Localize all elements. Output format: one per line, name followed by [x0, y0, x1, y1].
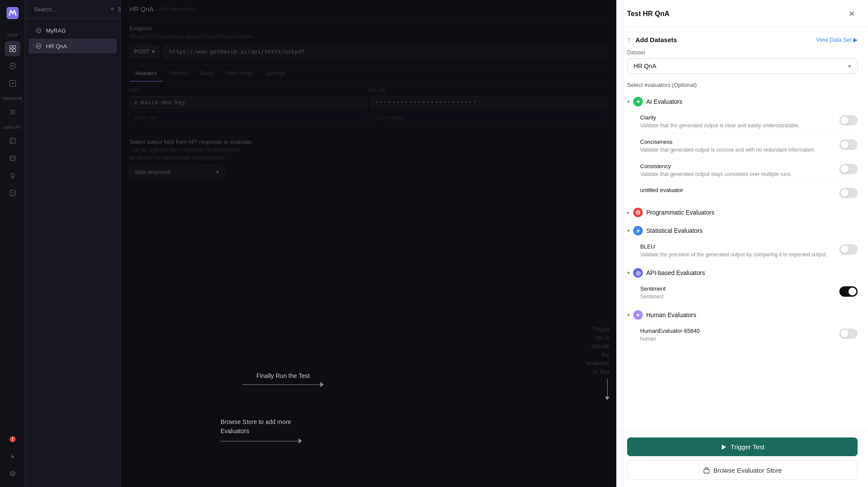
- eval-group-icon-ai: ✦: [633, 97, 643, 106]
- browse-evaluator-store-button[interactable]: Browse Evaluator Store: [627, 460, 858, 480]
- endpoint-row: POST ▾ https://www.getmaxim.ai/api/tests…: [129, 45, 608, 58]
- header-value-redacted[interactable]: ••••••••••••••••••••••••: [370, 96, 608, 109]
- output-select-chevron: ▾: [216, 169, 219, 175]
- eval-group-statistical: ▾ # Statistical Evaluators BLEU Validate…: [627, 222, 858, 263]
- toggle-switch-ai-1[interactable]: [839, 139, 858, 150]
- panel-close-button[interactable]: ✕: [845, 8, 858, 20]
- eval-group-header-statistical[interactable]: ▾ # Statistical Evaluators: [627, 222, 858, 239]
- method-select[interactable]: POST ▾: [129, 45, 160, 58]
- dataset-select[interactable]: HR QnA ▾: [627, 58, 858, 74]
- toggle-switch-ai-3[interactable]: [839, 188, 858, 198]
- svg-point-16: [11, 173, 14, 177]
- toggle-switch-human-0[interactable]: [839, 328, 858, 339]
- svg-rect-4: [13, 49, 16, 52]
- dataset-chevron: ▾: [848, 63, 851, 70]
- nav-item-icon-myrag: [35, 27, 43, 34]
- test-section-label: TEST: [0, 33, 25, 37]
- tab-settings[interactable]: Settings: [259, 66, 292, 82]
- eval-toggle-ai-0[interactable]: [839, 115, 858, 126]
- nav-item-hrqna[interactable]: HR QnA: [29, 39, 117, 53]
- sidebar: TEST OBSERVE LIBRARY !: [0, 0, 25, 487]
- output-label: Select output field from API response to…: [129, 139, 608, 145]
- eval-item-api-0: Sentiment Sentiment: [640, 281, 858, 305]
- eval-toggle-human-0[interactable]: [839, 328, 858, 339]
- eval-item-name-ai-3: untitled evaluator: [640, 187, 834, 193]
- eval-item-info-ai-1: Conciseness Validate that generated outp…: [640, 139, 839, 154]
- sidebar-icon-graph[interactable]: [5, 58, 20, 74]
- toggle-switch-ai-2[interactable]: [839, 164, 858, 174]
- eval-group-header-ai[interactable]: ▾ ✦ AI Evaluators: [627, 93, 858, 110]
- eval-item-desc-statistical-0: Validate the precision of the generated …: [640, 251, 834, 258]
- output-sublabel2: By default we will evaluate entire paylo…: [129, 155, 608, 161]
- eval-group-chevron-human: ▾: [627, 312, 630, 318]
- sidebar-icon-observe-list[interactable]: [5, 104, 20, 120]
- nav-search-bar: + ⊞: [25, 0, 120, 19]
- tab-params[interactable]: Params: [163, 66, 194, 82]
- eval-toggle-statistical-0[interactable]: [839, 244, 858, 255]
- eval-item-info-statistical-0: BLEU Validate the precision of the gener…: [640, 243, 839, 258]
- nav-add-button[interactable]: +: [110, 4, 114, 14]
- url-input[interactable]: https://www.getmaxim.ai/api/tests/askpdf: [163, 45, 608, 58]
- tab-headers[interactable]: Headers: [129, 66, 163, 82]
- method-value: POST: [134, 48, 149, 55]
- content-panel: HR QnA Add description Endpoint We will …: [121, 0, 616, 487]
- header-key-placeholder[interactable]: Enter key: [129, 111, 367, 124]
- eval-item-info-api-0: Sentiment Sentiment: [640, 285, 839, 301]
- dataset-selected-value: HR QnA: [634, 63, 656, 70]
- method-chevron: ▾: [152, 48, 155, 55]
- sidebar-icon-lib2[interactable]: [5, 150, 20, 166]
- eval-item-ai-3: untitled evaluator: [640, 182, 858, 202]
- header-key-input[interactable]: x-maxim-dev-key: [129, 96, 367, 109]
- output-selected-value: data.response: [135, 169, 171, 175]
- nav-item-label-myrag: MyRAG: [46, 27, 66, 34]
- eval-item-desc-ai-0: Validate that the generated output is cl…: [640, 122, 834, 129]
- sidebar-icon-add[interactable]: [5, 76, 20, 91]
- dataset-label: Dataset: [627, 50, 858, 56]
- eval-group-content-statistical: BLEU Validate the precision of the gener…: [627, 239, 858, 263]
- output-select[interactable]: data.response ▾: [129, 165, 225, 179]
- eval-group-icon-human: ●: [633, 310, 643, 320]
- eval-group-content-human: HumanEvaluator-65840 human: [627, 323, 858, 347]
- observe-section-label: OBSERVE: [0, 96, 25, 101]
- tab-body[interactable]: Body: [194, 66, 220, 82]
- svg-point-23: [36, 28, 41, 33]
- eval-group-header-programmatic[interactable]: ▸ ⚙ Programmatic Evaluators: [627, 204, 858, 221]
- eval-group-name-ai: AI Evaluators: [646, 98, 682, 105]
- toggle-switch-api-0[interactable]: [839, 286, 858, 297]
- svg-text:!: !: [12, 437, 13, 442]
- nav-panel: + ⊞ MyRAG HR QnA: [25, 0, 121, 487]
- sidebar-icon-alert[interactable]: !: [5, 431, 20, 447]
- toggle-switch-ai-0[interactable]: [839, 115, 858, 126]
- nav-item-myrag[interactable]: MyRAG: [29, 23, 117, 38]
- output-sublabel1: Use our agent to fetch response for this…: [129, 147, 608, 153]
- eval-group-name-programmatic: Programmatic Evaluators: [646, 209, 714, 216]
- eval-toggle-api-0[interactable]: [839, 286, 858, 297]
- add-description[interactable]: Add description: [159, 6, 198, 12]
- sidebar-icon-lib4[interactable]: [5, 185, 20, 201]
- eval-item-info-ai-3: untitled evaluator: [640, 187, 839, 195]
- eval-item-name-ai-1: Conciseness: [640, 139, 834, 145]
- eval-toggle-ai-3[interactable]: [839, 188, 858, 198]
- sidebar-icon-lightning[interactable]: [5, 449, 20, 464]
- eval-toggle-ai-2[interactable]: [839, 164, 858, 174]
- sidebar-icon-lib3[interactable]: [5, 168, 20, 183]
- eval-group-content-ai: Clarity Validate that the generated outp…: [627, 110, 858, 202]
- view-data-set-link[interactable]: View Data Set ▶: [816, 36, 858, 43]
- eval-item-ai-2: Consistency Validate that generated outp…: [640, 159, 858, 183]
- eval-toggle-ai-1[interactable]: [839, 139, 858, 150]
- eval-group-header-human[interactable]: ▾ ● Human Evaluators: [627, 307, 858, 323]
- tab-postscript[interactable]: Post-Script: [220, 66, 260, 82]
- search-input[interactable]: [34, 6, 107, 13]
- eval-item-name-ai-2: Consistency: [640, 163, 834, 169]
- eval-group-name-statistical: Statistical Evaluators: [646, 227, 703, 234]
- eval-group-name-human: Human Evaluators: [646, 311, 696, 318]
- eval-group-api: ▾ ◎ API-based Evaluators Sentiment Senti…: [627, 265, 858, 305]
- eval-group-header-api[interactable]: ▾ ◎ API-based Evaluators: [627, 265, 858, 281]
- sidebar-icon-test[interactable]: [5, 41, 20, 56]
- trigger-test-button[interactable]: Trigger Test: [627, 437, 858, 456]
- sidebar-icon-layers[interactable]: [5, 466, 20, 482]
- header-val-placeholder[interactable]: Enter value: [370, 111, 608, 124]
- toggle-switch-statistical-0[interactable]: [839, 244, 858, 255]
- annotation-run-test: Finally Run the Test: [256, 372, 310, 379]
- sidebar-icon-lib1[interactable]: [5, 133, 20, 149]
